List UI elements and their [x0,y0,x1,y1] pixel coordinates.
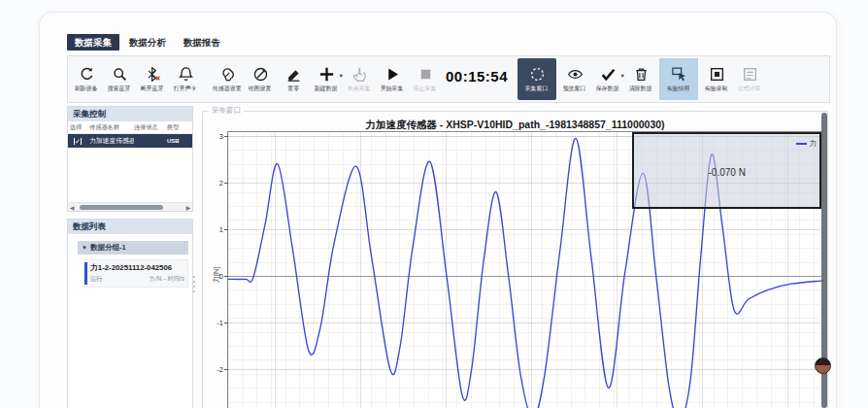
item-status: 运行 [90,275,103,284]
refresh-device-button[interactable]: 刷新设备 [70,57,103,101]
experiment-record-button[interactable]: 实验录制 [700,57,733,101]
start-collect-label: 开始采集 [381,85,404,93]
data-group-label: 数据分组-1 [90,243,126,253]
clear-data-button[interactable]: 清除数据 [624,57,657,101]
sensor-type: USB [167,138,188,144]
experiment-snapshot-button[interactable]: 实验快照 [659,58,698,100]
hand-icon [351,66,368,83]
sensor-settings-button[interactable]: 传感器设置 [211,57,244,101]
y-tick-label: 3 [219,132,223,141]
sidebar: 采集控制 选择 传感器名称 连接状态 类型 ✓ 力加速度传感器 USB ◀ [67,106,193,408]
formula-calc-label: 公式计算 [738,85,761,93]
collect-window-groupbox: 采集窗口 力加速度传感器 - XHSP-V10HID_path_-1981348… [202,111,828,408]
toolbar-left-group: 刷新设备搜索蓝牙断开蓝牙打开声卡传感器设置绘图设置置零新建数据▼单点采集开始采集… [70,57,442,101]
open-soundcard-label: 打开声卡 [174,85,197,93]
toolbar-right-group: 采集窗口预览窗口保存数据▼清除数据实验快照实验录制公式计算 [516,57,766,101]
legend-swatch [796,143,807,146]
data-list-panel: 数据列表 ▼ 数据分组-1 力1-2-20251112-042506 运行 力/… [67,219,193,408]
plot-settings-button[interactable]: 绘图设置 [244,57,277,101]
new-data-button[interactable]: 新建数据▼ [310,57,343,101]
stop-collect-button: 停止采集 [409,57,442,101]
bt-disconnect-icon [145,66,161,83]
check-icon [600,66,617,83]
sensor-name: 力加速度传感器 [89,136,134,146]
trash-icon [633,66,650,83]
record-icon [709,66,725,83]
single-point-collect-label: 单点采集 [348,85,371,93]
play-icon [384,66,401,83]
legend-label: 力 [810,139,818,149]
chart-legend: 力 [796,139,818,149]
sensor-icon [219,66,236,83]
y-tick-label: -2 [217,365,223,374]
search-bluetooth-button[interactable]: 搜索蓝牙 [103,57,136,101]
search-icon [112,66,128,83]
dashed-circle-icon [529,66,546,83]
set-zero-button[interactable]: 置零 [277,57,310,101]
plot-settings-label: 绘图设置 [249,85,272,93]
sidebar-splitter-handle[interactable] [193,276,195,292]
start-collect-button[interactable]: 开始采集 [376,57,409,101]
new-data-label: 新建数据 [315,85,338,93]
data-list-title: 数据列表 [68,220,192,234]
collect-window-button[interactable]: 采集窗口 [517,58,556,100]
hscroll-left-icon[interactable]: ◀ [68,204,76,211]
groupbox-caption: 采集窗口 [209,106,244,116]
hscroll-thumb[interactable] [80,205,163,210]
col-select: 选择 [70,123,89,132]
save-data-label: 保存数据 [596,85,619,93]
eye-icon [567,66,584,83]
y-tick-label: -1 [217,319,223,327]
preview-window-label: 预览窗口 [563,85,586,93]
stop-collect-label: 停止采集 [414,85,437,93]
item-axes: 力/N－时间/s [150,275,184,284]
tab-data-collect[interactable]: 数据采集 [67,34,119,51]
sensor-settings-label: 传感器设置 [213,85,242,93]
item-accent-bar [84,262,87,285]
set-zero-label: 置零 [287,85,299,93]
stop-icon [417,66,434,83]
single-point-collect-button: 单点采集 [343,57,376,101]
sensor-checkbox[interactable]: ✓ [74,138,82,145]
zoom-selection-box: -0.070 N [632,132,821,209]
item-title: 力1-2-20251112-042506 [90,262,184,273]
open-soundcard-button[interactable]: 打开声卡 [169,57,202,101]
calc-icon [742,66,758,83]
refresh-icon [79,66,95,83]
group-collapse-icon[interactable]: ▼ [82,245,87,251]
tab-data-report[interactable]: 数据报告 [176,34,228,51]
collection-timer: 00:15:54 [446,68,508,85]
chart-plot-area[interactable]: 力[N] -0.070 N 力 3210-1-2 [227,131,822,408]
plus-icon [318,66,335,83]
app-page: ▼ 数据采集 数据分析 数据报告 刷新设备搜索蓝牙断开蓝牙打开声卡传感器设置绘图… [0,0,868,408]
data-group-row[interactable]: ▼ 数据分组-1 [78,241,188,255]
disconnect-bluetooth-button[interactable]: 断开蓝牙 [136,57,169,101]
col-conn-status: 连接状态 [134,123,167,132]
toolbar-group-gap [202,57,211,101]
clear-data-label: 清除数据 [629,85,652,93]
col-sensor-name: 传感器名称 [89,123,134,132]
sensor-table-header: 选择 传感器名称 连接状态 类型 [68,121,192,134]
hscroll-right-icon[interactable]: ▶ [184,204,192,211]
zero-icon [285,66,302,83]
refresh-device-label: 刷新设备 [75,85,98,93]
disconnect-bluetooth-label: 断开蓝牙 [141,85,164,93]
sensor-row[interactable]: ✓ 力加速度传感器 USB [68,134,192,148]
collect-control-panel: 采集控制 选择 传感器名称 连接状态 类型 ✓ 力加速度传感器 USB ◀ [67,106,193,212]
save-data-button[interactable]: 保存数据▼ [591,57,624,101]
plot-icon [252,66,269,83]
data-list-item[interactable]: 力1-2-20251112-042506 运行 力/N－时间/s [83,259,188,288]
chart-title: 力加速度传感器 - XHSP-V10HID_path_-1981348857_1… [203,119,827,132]
sensor-table-hscrollbar[interactable]: ◀ ▶ [68,202,192,211]
experiment-record-label: 实验录制 [705,85,728,93]
main-tabbar: 数据采集 数据分析 数据报告 [67,34,228,51]
search-bluetooth-label: 搜索蓝牙 [108,85,131,93]
y-tick-label: 1 [219,225,223,234]
toolbar: 刷新设备搜索蓝牙断开蓝牙打开声卡传感器设置绘图设置置零新建数据▼单点采集开始采集… [67,55,830,103]
app-window: 数据采集 数据分析 数据报告 刷新设备搜索蓝牙断开蓝牙打开声卡传感器设置绘图设置… [39,12,837,408]
experiment-snapshot-label: 实验快照 [667,85,690,93]
tab-data-analysis[interactable]: 数据分析 [121,34,174,51]
annotation-value: -0.070 N [634,167,819,178]
preview-window-button[interactable]: 预览窗口 [558,57,591,101]
col-type: 类型 [167,123,188,132]
